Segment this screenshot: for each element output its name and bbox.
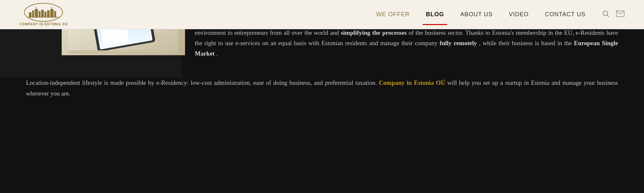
svg-rect-10 xyxy=(36,7,36,10)
search-icon[interactable] xyxy=(602,10,610,19)
nav-item-blog[interactable]: BLOG xyxy=(426,11,444,18)
svg-rect-11 xyxy=(51,7,52,10)
svg-rect-3 xyxy=(39,11,41,17)
bottom-section: Location-independent lifestyle is made p… xyxy=(0,78,644,118)
svg-point-12 xyxy=(603,11,608,16)
text-based: , while their business is based in the xyxy=(479,40,574,46)
logo-area[interactable]: COMPANY IN ESTONIA OÜ xyxy=(19,3,68,26)
nav-item-contact-us[interactable]: CONTACT US xyxy=(545,11,586,18)
nav-item-about-us[interactable]: ABOUT US xyxy=(460,11,493,18)
svg-rect-1 xyxy=(32,10,34,17)
mail-icon[interactable] xyxy=(616,10,625,19)
nav-item-video[interactable]: VIDEO xyxy=(509,11,529,18)
bold-simplifying: simplifying the processes xyxy=(341,29,407,36)
svg-rect-6 xyxy=(47,10,50,17)
svg-rect-2 xyxy=(35,9,38,17)
main-nav: WE OFFER BLOG ABOUT US VIDEO CONTACT US xyxy=(376,10,625,19)
bold-fully-remotely: fully remotely xyxy=(440,40,477,46)
nav-item-we-offer[interactable]: WE OFFER xyxy=(376,11,410,18)
svg-rect-7 xyxy=(50,9,54,17)
logo-oval xyxy=(24,3,63,22)
company-name-logo: COMPANY IN ESTONIA OÜ xyxy=(19,22,68,26)
svg-line-13 xyxy=(607,15,609,17)
site-header: COMPANY IN ESTONIA OÜ WE OFFER BLOG ABOU… xyxy=(0,0,644,29)
text-period: . xyxy=(216,50,218,57)
paragraph-2: Location-independent lifestyle is made p… xyxy=(26,78,618,99)
text-location: Location-independent lifestyle is made p… xyxy=(26,79,377,86)
svg-rect-0 xyxy=(29,12,31,17)
svg-rect-9 xyxy=(28,17,59,18)
svg-rect-4 xyxy=(41,10,44,17)
company-name-link[interactable]: Company in Estonia OÜ xyxy=(379,79,445,86)
svg-rect-8 xyxy=(54,11,56,17)
svg-rect-5 xyxy=(44,12,46,17)
nav-icons xyxy=(602,10,625,19)
